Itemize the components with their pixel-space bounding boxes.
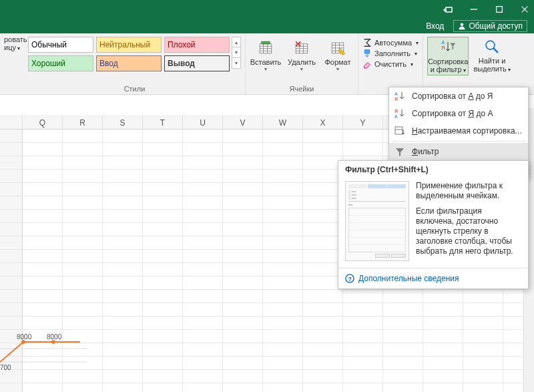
- cell[interactable]: [63, 223, 103, 236]
- cell[interactable]: [263, 143, 303, 156]
- cell[interactable]: [263, 130, 303, 142]
- menu-sort-za[interactable]: ЯА Сортировка от Я до А: [389, 105, 528, 122]
- menu-filter[interactable]: Фильтр: [389, 143, 528, 160]
- cell[interactable]: [223, 183, 263, 196]
- cell[interactable]: [23, 223, 63, 236]
- cell[interactable]: [103, 183, 143, 196]
- cell[interactable]: [263, 370, 303, 383]
- cell[interactable]: [23, 156, 63, 169]
- cell[interactable]: [223, 250, 263, 262]
- cell[interactable]: [103, 130, 143, 142]
- styles-expand[interactable]: ▾: [232, 58, 241, 69]
- cell[interactable]: [223, 317, 263, 329]
- cell[interactable]: [143, 343, 183, 356]
- select-all-corner[interactable]: [0, 116, 23, 129]
- cell[interactable]: [343, 317, 383, 329]
- cell[interactable]: [263, 343, 303, 356]
- col-x[interactable]: X: [303, 116, 343, 129]
- cell[interactable]: [423, 317, 463, 329]
- cell[interactable]: [63, 276, 103, 289]
- window-state-icon[interactable]: [442, 3, 455, 16]
- cell[interactable]: [303, 210, 343, 222]
- cell[interactable]: [103, 170, 143, 182]
- cell[interactable]: [303, 383, 343, 392]
- cell[interactable]: [343, 290, 383, 303]
- cell[interactable]: [263, 276, 303, 289]
- cell[interactable]: [143, 196, 183, 209]
- cell[interactable]: [343, 343, 383, 356]
- cell[interactable]: [383, 370, 423, 383]
- cell[interactable]: [223, 170, 263, 182]
- cell[interactable]: [223, 223, 263, 236]
- cell[interactable]: [143, 183, 183, 196]
- cell[interactable]: [183, 303, 223, 316]
- cell[interactable]: [143, 143, 183, 156]
- cell[interactable]: [223, 130, 263, 142]
- grid-row[interactable]: [0, 290, 534, 303]
- cell[interactable]: [223, 210, 263, 222]
- cell[interactable]: [343, 357, 383, 369]
- chart-fragment[interactable]: 700 8000 8000: [0, 310, 87, 377]
- cell[interactable]: [463, 370, 503, 383]
- cell[interactable]: [143, 330, 183, 343]
- style-neutral[interactable]: Нейтральный: [96, 37, 162, 53]
- style-good[interactable]: Хороший: [28, 55, 93, 71]
- cell[interactable]: [103, 263, 143, 276]
- cell[interactable]: [263, 236, 303, 249]
- cell[interactable]: [183, 290, 223, 303]
- cell[interactable]: [223, 357, 263, 369]
- cell[interactable]: [223, 343, 263, 356]
- cell[interactable]: [343, 383, 383, 392]
- cell[interactable]: [263, 156, 303, 169]
- cell[interactable]: [23, 250, 63, 262]
- col-w[interactable]: W: [263, 116, 303, 129]
- cell[interactable]: [183, 330, 223, 343]
- cell[interactable]: [303, 183, 343, 196]
- cell[interactable]: [103, 290, 143, 303]
- cell[interactable]: [303, 330, 343, 343]
- row-header[interactable]: [0, 130, 23, 142]
- cell[interactable]: [343, 370, 383, 383]
- cell[interactable]: [63, 263, 103, 276]
- cell[interactable]: [223, 156, 263, 169]
- cell[interactable]: [383, 330, 423, 343]
- cell[interactable]: [223, 196, 263, 209]
- cell[interactable]: [223, 236, 263, 249]
- cell[interactable]: [103, 196, 143, 209]
- cell[interactable]: [223, 276, 263, 289]
- cell[interactable]: [23, 183, 63, 196]
- cell[interactable]: [183, 196, 223, 209]
- cell[interactable]: [263, 170, 303, 182]
- cell[interactable]: [103, 276, 143, 289]
- col-r[interactable]: R: [63, 116, 103, 129]
- cell[interactable]: [103, 250, 143, 262]
- cell[interactable]: [143, 156, 183, 169]
- row-header[interactable]: [0, 290, 23, 303]
- cell[interactable]: [183, 370, 223, 383]
- cell[interactable]: [263, 290, 303, 303]
- cell[interactable]: [63, 170, 103, 182]
- cell[interactable]: [23, 236, 63, 249]
- cell[interactable]: [103, 223, 143, 236]
- row-header[interactable]: [0, 276, 23, 289]
- cell[interactable]: [303, 170, 343, 182]
- cell[interactable]: [303, 223, 343, 236]
- cell[interactable]: [383, 303, 423, 316]
- row-header[interactable]: [0, 223, 23, 236]
- row-header[interactable]: [0, 383, 23, 392]
- cell[interactable]: [103, 343, 143, 356]
- cell[interactable]: [423, 370, 463, 383]
- cell[interactable]: [23, 263, 63, 276]
- row-header[interactable]: [0, 250, 23, 262]
- cell[interactable]: [23, 383, 63, 392]
- cell[interactable]: [423, 357, 463, 369]
- col-q[interactable]: Q: [23, 116, 63, 129]
- row-header[interactable]: [0, 263, 23, 276]
- cell[interactable]: [23, 143, 63, 156]
- format-as-table-fragment[interactable]: ровать ицу▾: [0, 33, 24, 94]
- login-link[interactable]: Вход: [426, 21, 444, 31]
- cell[interactable]: [303, 290, 343, 303]
- maximize-button[interactable]: [493, 3, 506, 16]
- cell[interactable]: [383, 343, 423, 356]
- cell[interactable]: [103, 317, 143, 329]
